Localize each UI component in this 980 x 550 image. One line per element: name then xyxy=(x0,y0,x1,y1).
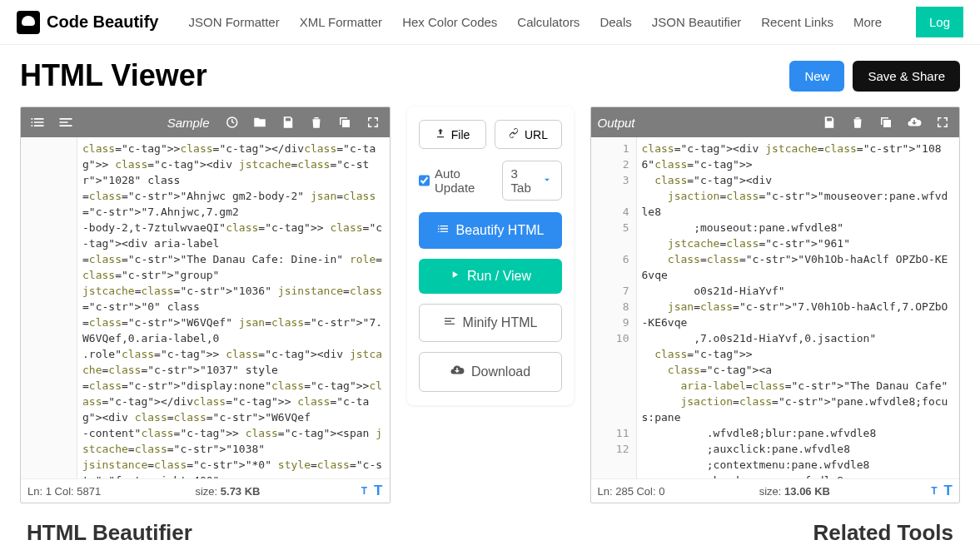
menu-icon xyxy=(443,315,456,331)
input-editor: Sample class="c-tag">>class="c-tag"></di… xyxy=(20,107,391,503)
fullscreen-icon[interactable] xyxy=(363,112,383,132)
output-size-value: 13.06 KB xyxy=(784,485,830,498)
tab-size-select[interactable]: 3 Tab xyxy=(502,161,562,201)
run-button[interactable]: Run / View xyxy=(419,259,562,294)
upload-icon xyxy=(435,127,446,141)
brain-logo-icon xyxy=(17,11,40,34)
input-size-value: 5.73 KB xyxy=(221,485,261,498)
tt-small-icon[interactable]: T xyxy=(361,485,367,497)
output-gutter: 1 2 3 4 5 6 7 8 9 10 11 12 xyxy=(591,137,637,478)
minify-label: Minify HTML xyxy=(463,315,538,330)
auto-update-text: Auto Update xyxy=(435,166,494,195)
trash-icon[interactable] xyxy=(306,112,326,132)
cloud-download-icon xyxy=(450,363,465,381)
input-gutter xyxy=(21,137,77,478)
nav-xml-formatter[interactable]: XML Formatter xyxy=(300,15,382,29)
bottom-section-titles: HTML Beautifier Related Tools xyxy=(20,503,960,546)
auto-update-checkbox[interactable] xyxy=(419,174,430,187)
page-header: HTML Viewer New Save & Share xyxy=(20,58,960,93)
url-button[interactable]: URL xyxy=(495,120,562,149)
nav-recent-links[interactable]: Recent Links xyxy=(761,15,833,29)
nav-more[interactable]: More xyxy=(853,15,882,29)
input-cursor-pos: Ln: 1 Col: 5871 xyxy=(27,485,101,498)
download-button[interactable]: Download xyxy=(419,352,562,392)
input-code-text[interactable]: class="c-tag">>class="c-tag"></divclass=… xyxy=(77,137,390,478)
link-icon xyxy=(508,127,520,141)
output-cursor-pos: Ln: 285 Col: 0 xyxy=(598,485,665,498)
copy-icon[interactable] xyxy=(876,112,896,132)
input-code-area[interactable]: class="c-tag">>class="c-tag"></divclass=… xyxy=(21,137,390,478)
download-label: Download xyxy=(471,364,530,379)
beautify-button[interactable]: Beautify HTML xyxy=(419,212,562,249)
input-size-label: size: xyxy=(195,485,220,498)
copy-icon[interactable] xyxy=(335,112,355,132)
output-editor: Output 1 2 3 4 5 6 7 8 9 10 11 12 class=… xyxy=(590,107,961,503)
header-actions: New Save & Share xyxy=(789,61,960,92)
save-icon[interactable] xyxy=(278,112,298,132)
output-code-text[interactable]: class="c-tag"><div jstcache=class="c-str… xyxy=(637,137,960,478)
list-icon[interactable] xyxy=(27,112,47,132)
file-button-label: File xyxy=(451,128,470,141)
trash-icon[interactable] xyxy=(848,112,868,132)
tt-large-icon[interactable]: T xyxy=(944,483,953,499)
brand-name: Code Beautify xyxy=(47,12,158,32)
tt-large-icon[interactable]: T xyxy=(374,483,382,499)
fullscreen-icon[interactable] xyxy=(933,112,953,132)
beautify-label: Beautify HTML xyxy=(456,223,545,238)
output-size-label: size: xyxy=(759,485,784,498)
logo[interactable]: Code Beautify xyxy=(17,11,158,34)
nav-deals[interactable]: Deals xyxy=(599,15,631,29)
minify-button[interactable]: Minify HTML xyxy=(419,304,562,342)
run-label: Run / View xyxy=(467,269,531,284)
new-button[interactable]: New xyxy=(789,61,844,92)
nav-hex-color[interactable]: Hex Color Codes xyxy=(402,15,497,29)
menu-icon[interactable] xyxy=(56,112,76,132)
save-share-button[interactable]: Save & Share xyxy=(853,61,960,92)
nav-json-formatter[interactable]: JSON Formatter xyxy=(188,15,279,29)
auto-update-checkbox-label[interactable]: Auto Update xyxy=(419,166,494,195)
input-toolbar: Sample xyxy=(21,107,390,137)
nav-calculators[interactable]: Calculators xyxy=(517,15,580,29)
url-button-label: URL xyxy=(525,128,548,141)
save-icon[interactable] xyxy=(819,112,839,132)
list-icon xyxy=(436,222,450,239)
top-nav: Code Beautify JSON Formatter XML Formatt… xyxy=(0,0,980,45)
related-tools-heading: Related Tools xyxy=(813,520,953,546)
input-status-bar: Ln: 1 Col: 5871 size: 5.73 KB T T xyxy=(21,478,390,503)
play-icon xyxy=(449,269,460,284)
tab-size-value: 3 Tab xyxy=(511,166,535,195)
sample-label[interactable]: Sample xyxy=(167,116,210,130)
page-title: HTML Viewer xyxy=(20,58,207,93)
file-button[interactable]: File xyxy=(419,120,486,149)
nav-json-beautifier[interactable]: JSON Beautifier xyxy=(652,15,742,29)
history-icon[interactable] xyxy=(221,112,241,132)
html-beautifier-heading: HTML Beautifier xyxy=(27,520,192,546)
output-code-area[interactable]: 1 2 3 4 5 6 7 8 9 10 11 12 class="c-tag"… xyxy=(591,137,960,478)
output-toolbar: Output xyxy=(591,107,960,137)
center-controls: File URL Auto Update 3 Tab xyxy=(407,107,574,405)
login-button[interactable]: Log xyxy=(916,7,963,37)
nav-links: JSON Formatter XML Formatter Hex Color C… xyxy=(188,15,882,29)
chevron-down-icon xyxy=(541,174,553,188)
cloud-download-icon[interactable] xyxy=(904,112,924,132)
output-label: Output xyxy=(598,116,635,130)
tt-small-icon[interactable]: T xyxy=(931,485,937,497)
folder-icon[interactable] xyxy=(250,112,270,132)
output-status-bar: Ln: 285 Col: 0 size: 13.06 KB T T xyxy=(591,478,960,503)
